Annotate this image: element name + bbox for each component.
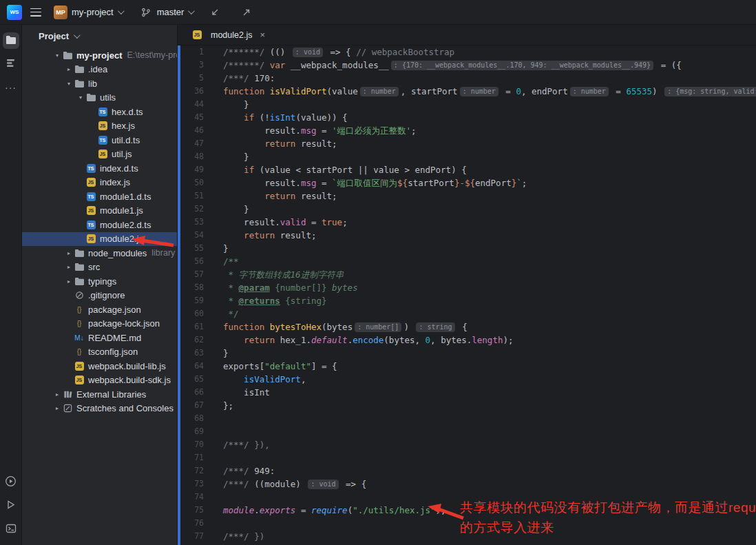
ts-file-icon: TS [98,107,107,116]
tree-item-my-project[interactable]: ▾my-projectE:\test\my-project [22,48,177,63]
code-line-74: 74 [180,491,756,504]
tree-item-webpack.build-lib.js[interactable]: JSwebpack.build-lib.js [22,359,177,373]
code-line-45: 45 if (!isInt(value)) { [180,111,756,124]
tree-item-label: package.json [88,305,141,315]
code-line-36: 36function isValidPort(value: number, st… [180,85,756,98]
tree-item-.gitignore[interactable]: .gitignore [22,289,177,303]
tree-item-lib[interactable]: ▾lib [22,76,177,91]
tree-item-label: lib [88,79,97,89]
json-file-icon: {} [74,304,85,315]
chevron-right-icon[interactable]: ▸ [52,405,62,411]
line-number: 57 [180,268,204,281]
line-number: 70 [180,438,204,451]
terminal-tool-button[interactable] [3,521,19,537]
code-line-5: 5/***/ 170: [180,72,756,85]
project-panel-header[interactable]: Project [22,25,177,47]
tree-item-label: index.js [100,177,130,187]
tree-item-package.json[interactable]: {}package.json [22,302,177,317]
chevron-down-icon[interactable]: ▾ [52,52,62,59]
run-icon [6,500,16,512]
tree-item-label: Scratches and Consoles [76,403,174,413]
branch-widget[interactable]: master [135,3,198,21]
code-editor[interactable]: 1/******/ (() : void => { // webpackBoot… [178,45,756,545]
tree-item-label: webpack.build-sdk.js [88,375,171,385]
close-icon[interactable]: × [260,30,265,40]
tree-item-label: module2.d.ts [100,220,151,230]
code-line-52: 52 } [180,203,756,216]
code-line-66: 66 isInt [180,386,756,399]
chevron-right-icon[interactable]: ▸ [64,250,74,256]
code-line-3: 3/******/ var __webpack_modules__: {170:… [180,59,756,72]
tree-item-node_modules[interactable]: ▸node_moduleslibrary root [22,246,177,260]
chevron-down-icon[interactable]: ▾ [64,81,74,87]
tree-item-util.d.ts[interactable]: TSutil.d.ts [22,133,177,147]
tree-item-README.md[interactable]: M↓README.md [22,331,177,345]
more-icon: ··· [5,82,17,93]
folder-icon [6,35,17,47]
tree-item-hex.js[interactable]: JShex.js [22,119,177,134]
tree-item-.idea[interactable]: ▸.idea [22,63,177,77]
tree-item-label: hex.js [112,121,135,131]
project-widget[interactable]: MP my-project [50,3,127,21]
line-number: 62 [180,333,204,347]
chevron-down-icon[interactable]: ▾ [76,94,85,101]
line-number: 47 [180,137,204,150]
code-line-69: 69 [180,425,756,438]
tree-item-src[interactable]: ▸src [22,260,177,275]
tree-item-tsconfig.json[interactable]: {}tsconfig.json [22,345,177,360]
line-number: 66 [180,386,204,399]
tree-item-package-lock.json[interactable]: {}package-lock.json [22,317,177,331]
chevron-right-icon[interactable]: ▸ [64,264,74,270]
code-line-59: 59 * @returns {string} [180,294,756,307]
line-number: 77 [180,530,204,543]
tree-item-util.js[interactable]: JSutil.js [22,147,177,162]
tree-item-label: webpack.build-lib.js [88,361,166,371]
folder-icon [74,276,85,287]
tree-item-label: index.d.ts [100,163,138,174]
ts-file-icon: TS [87,192,96,201]
line-number: 58 [180,281,204,294]
tree-item-External-Libraries[interactable]: ▸External Libraries [22,387,177,402]
structure-tool-button[interactable] [3,56,19,72]
line-number: 67 [180,399,204,412]
json-file-icon: {} [74,318,85,329]
code-line-57: 57 * 字节数组转成16进制字符串 [180,268,756,281]
tree-item-Scratches-and-Consoles[interactable]: ▸Scratches and Consoles [22,402,177,416]
arrow-up-right-icon[interactable] [240,6,253,19]
tree-item-index.js[interactable]: JSindex.js [22,176,177,190]
services-tool-button[interactable] [3,474,19,491]
tree-item-module1.d.ts[interactable]: TSmodule1.d.ts [22,189,177,204]
run-tool-button[interactable] [3,497,19,514]
tree-item-module2.d.ts[interactable]: TSmodule2.d.ts [22,218,177,232]
tree-item-module1.js[interactable]: JSmodule1.js [22,204,177,218]
git-branch-icon [139,6,153,19]
tree-item-hex.d.ts[interactable]: TShex.d.ts [22,105,177,119]
code-line-55: 55} [180,242,756,255]
code-line-68: 68 [180,412,756,425]
project-tool-button[interactable] [3,32,19,49]
chevron-right-icon[interactable]: ▸ [64,66,74,72]
line-number: 46 [180,124,204,137]
js-file-icon: JS [98,150,107,158]
line-number: 65 [180,373,204,386]
code-line-70: 70/***/ }), [180,438,756,451]
tree-item-typings[interactable]: ▸typings [22,274,177,289]
line-number: 51 [180,189,204,203]
more-tools-button[interactable]: ··· [3,79,19,96]
code-line-47: 47 return result; [180,137,756,150]
tree-item-utils[interactable]: ▾utils [22,91,177,105]
line-number: 53 [180,216,204,229]
project-badge: MP [54,6,67,19]
line-number: 52 [180,203,204,216]
editor-tab-module2js[interactable]: JS module2.js × [183,25,273,45]
tree-item-webpack.build-sdk.js[interactable]: JSwebpack.build-sdk.js [22,373,177,388]
tree-item-index.d.ts[interactable]: TSindex.d.ts [22,161,177,176]
arrow-down-left-icon[interactable] [208,6,222,19]
tree-item-label: module1.d.ts [100,192,151,202]
chevron-right-icon[interactable]: ▸ [64,278,74,285]
tree-item-module2.js[interactable]: JSmodule2.js [22,232,177,247]
chevron-right-icon[interactable]: ▸ [52,391,62,398]
folder-icon [74,64,85,75]
menu-icon[interactable] [30,8,41,17]
tree-item-extra: E:\test\my-project [127,50,178,60]
